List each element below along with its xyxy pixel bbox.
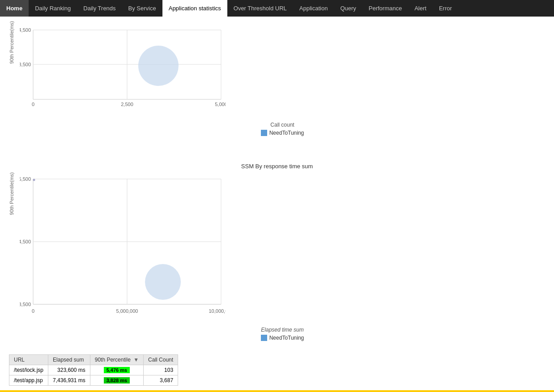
nav-by-service[interactable]: By Service	[122, 0, 162, 17]
main-content: 90th Percentile(ms) 4,500	[0, 17, 554, 390]
nav-daily-trends[interactable]: Daily Trends	[77, 0, 122, 17]
chart1-area: 90th Percentile(ms) 4,500	[9, 21, 545, 136]
svg-text:2,500: 2,500	[121, 102, 133, 107]
chart1-svg-wrapper: 4,500 3,500 0 2,500 5,000	[20, 21, 545, 121]
svg-text:3,500: 3,500	[20, 62, 31, 67]
svg-text:5,500: 5,500	[20, 176, 31, 182]
chart1-x-label: Call count	[20, 122, 545, 128]
nav-alert[interactable]: Alert	[408, 0, 433, 17]
col-call-count: Call Count	[144, 355, 178, 365]
row1-elapsed: 323,600 ms	[48, 365, 90, 375]
svg-text:0: 0	[32, 308, 34, 314]
table-row: /test/lock.jsp 323,600 ms 5,476 ms 103	[9, 365, 178, 375]
chart2-svg: 5,500 4,500 3,500 0 5,000,000 10,000,000	[20, 172, 226, 324]
table-container: URL Elapsed sum 90th Percentile ▼ Call C…	[9, 354, 545, 386]
svg-text:10,000,000: 10,000,000	[209, 308, 226, 314]
chart2-title: SSM By response time sum	[9, 163, 545, 170]
stats-table: URL Elapsed sum 90th Percentile ▼ Call C…	[9, 354, 178, 386]
chart2-legend-box	[261, 335, 267, 341]
row1-percentile-badge: 5,476 ms	[104, 367, 130, 373]
chart2-small-dot	[33, 179, 35, 181]
col-elapsed-sum: Elapsed sum	[48, 355, 90, 365]
row2-callcount: 3,687	[144, 375, 178, 386]
nav-home[interactable]: Home	[0, 0, 29, 17]
chart1-legend-box	[261, 130, 267, 136]
chart1-svg: 4,500 3,500 0 2,500 5,000	[20, 21, 226, 119]
svg-text:5,000,000: 5,000,000	[116, 308, 138, 314]
chart2-area: 90th Percentile(ms)	[9, 172, 545, 341]
nav-daily-ranking[interactable]: Daily Ranking	[29, 0, 77, 17]
row2-elapsed: 7,436,931 ms	[48, 375, 90, 386]
nav-over-threshold[interactable]: Over Threshold URL	[227, 0, 293, 17]
row2-percentile: 3,828 ms	[90, 375, 143, 386]
sort-arrow-percentile: ▼	[133, 357, 139, 363]
chart1-legend: NeedToTuning	[20, 130, 545, 136]
svg-text:0: 0	[32, 102, 34, 107]
nav-error[interactable]: Error	[433, 0, 458, 17]
nav-application[interactable]: Application	[293, 0, 334, 17]
row2-url: /test/app.jsp	[9, 375, 48, 386]
table-header-row: URL Elapsed sum 90th Percentile ▼ Call C…	[9, 355, 178, 365]
nav-performance[interactable]: Performance	[362, 0, 408, 17]
svg-text:3,500: 3,500	[20, 302, 31, 307]
row2-percentile-badge: 3,828 ms	[104, 377, 130, 383]
row1-callcount: 103	[144, 365, 178, 375]
chart2-inner: 5,500 4,500 3,500 0 5,000,000 10,000,000	[20, 172, 545, 341]
svg-text:4,500: 4,500	[20, 27, 31, 33]
col-url: URL	[9, 355, 48, 365]
row1-percentile: 5,476 ms	[90, 365, 143, 375]
svg-text:4,500: 4,500	[20, 239, 31, 244]
chart1-bubble	[138, 46, 179, 86]
nav-query[interactable]: Query	[334, 0, 362, 17]
col-percentile[interactable]: 90th Percentile ▼	[90, 355, 143, 365]
chart2-legend: NeedToTuning	[20, 335, 545, 341]
chart2-container: SSM By response time sum 90th Percentile…	[9, 163, 545, 341]
chart2-y-label: 90th Percentile(ms)	[9, 172, 18, 215]
chart1-legend-label: NeedToTuning	[269, 130, 304, 136]
spacer	[9, 149, 545, 163]
main-nav: Home Daily Ranking Daily Trends By Servi…	[0, 0, 554, 17]
row1-url: /test/lock.jsp	[9, 365, 48, 375]
chart2-bubble	[145, 264, 181, 300]
chart1-y-label: 90th Percentile(ms)	[9, 21, 18, 64]
svg-text:5,000: 5,000	[215, 102, 226, 107]
table-row: /test/app.jsp 7,436,931 ms 3,828 ms 3,68…	[9, 375, 178, 386]
chart2-legend-label: NeedToTuning	[269, 335, 304, 341]
chart1-inner: 4,500 3,500 0 2,500 5,000 Call count	[20, 21, 545, 136]
chart2-svg-wrapper: 5,500 4,500 3,500 0 5,000,000 10,000,000	[20, 172, 545, 326]
chart1-container: 90th Percentile(ms) 4,500	[9, 21, 545, 136]
chart2-x-label: Elapsed time sum	[20, 327, 545, 333]
nav-app-statistics[interactable]: Application statistics	[162, 0, 227, 17]
